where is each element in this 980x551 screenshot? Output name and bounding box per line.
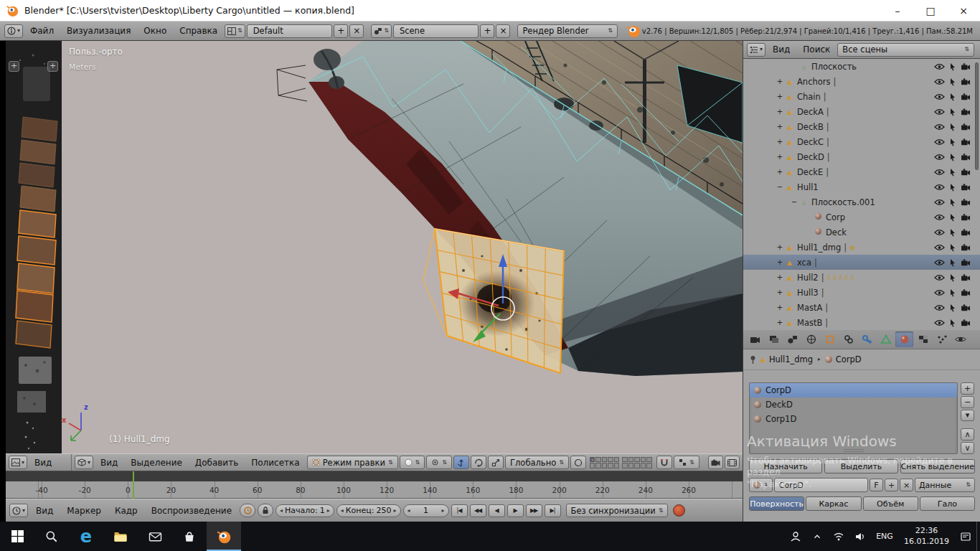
remove-slot-button[interactable]: − — [961, 396, 974, 408]
selectability-cursor-icon[interactable] — [949, 123, 956, 131]
screen-layout-field[interactable]: Default — [247, 24, 333, 38]
tab-constraints[interactable] — [839, 331, 857, 347]
add-scene-button[interactable]: + — [480, 24, 494, 38]
menu-render[interactable]: Визуализация — [61, 26, 136, 36]
tab-particles[interactable] — [933, 331, 951, 347]
close-button[interactable]: × — [947, 0, 980, 22]
material-slot[interactable]: DeckD — [750, 397, 957, 412]
volume-button[interactable] — [849, 522, 871, 551]
expander[interactable]: + — [776, 153, 784, 161]
slot-specials-button[interactable]: ▾ — [961, 410, 974, 422]
tab-material[interactable] — [895, 331, 913, 347]
render-camera-icon[interactable] — [961, 229, 971, 236]
visibility-eye-icon[interactable] — [934, 319, 945, 326]
layer-cell[interactable] — [614, 457, 620, 463]
expander[interactable]: + — [776, 123, 784, 131]
expander[interactable]: + — [776, 319, 784, 326]
visibility-eye-icon[interactable] — [934, 169, 945, 176]
render-camera-icon[interactable] — [961, 199, 971, 206]
selectability-cursor-icon[interactable] — [949, 153, 956, 161]
decrement-arrow[interactable]: ◂ — [341, 507, 344, 514]
visibility-eye-icon[interactable] — [934, 304, 945, 311]
outliner-item[interactable]: + Hull2 | ʎ ʎ ʎ ʎ ʎ — [743, 270, 980, 285]
selectability-cursor-icon[interactable] — [949, 319, 956, 327]
store-button[interactable] — [172, 522, 207, 551]
current-frame-playhead[interactable] — [133, 471, 134, 499]
play-button[interactable]: ▶ — [507, 504, 524, 517]
current-frame-field[interactable]: ◂ 1 ▸ — [403, 504, 449, 517]
selectability-cursor-icon[interactable] — [949, 108, 956, 116]
action-center-button[interactable] — [955, 522, 976, 551]
breadcrumb-material[interactable]: CorpD — [836, 354, 862, 364]
timeline-ruler[interactable]: -40-200204060801001201401601802002202402… — [6, 481, 743, 499]
outliner-item[interactable]: + Hull1_dmg | ◉ — [743, 240, 980, 255]
snap-magnet-toggle[interactable] — [656, 456, 672, 469]
new-material-button[interactable]: + — [885, 479, 898, 491]
tab-scene[interactable] — [783, 331, 801, 347]
render-engine-dropdown[interactable]: Рендер Blender ⇅ — [517, 24, 617, 38]
material-type-volume[interactable]: Объём — [863, 496, 918, 511]
menu-add[interactable]: Добавить — [189, 458, 244, 468]
expander[interactable]: + — [776, 273, 784, 281]
layer-cell[interactable] — [641, 463, 646, 468]
visibility-eye-icon[interactable] — [934, 78, 945, 85]
outliner-item[interactable]: − Hull1 — [743, 179, 980, 194]
selectability-cursor-icon[interactable] — [949, 303, 956, 312]
menu-view[interactable]: Вид — [95, 458, 123, 468]
expander[interactable]: − — [776, 183, 784, 191]
render-camera-icon[interactable] — [961, 154, 971, 161]
people-button[interactable] — [785, 522, 806, 551]
render-camera-icon[interactable] — [961, 184, 971, 191]
decrement-arrow[interactable]: ◂ — [280, 507, 283, 514]
layer-cell[interactable] — [646, 463, 652, 468]
material-slot[interactable]: Corp1D — [750, 412, 957, 426]
editor-type-button[interactable]: ▾ — [75, 456, 93, 469]
expander[interactable]: + — [776, 77, 784, 85]
edge-browser-button[interactable]: e — [69, 522, 103, 551]
outliner-item[interactable]: + DeckB | — [743, 119, 980, 134]
visibility-eye-icon[interactable] — [934, 229, 945, 236]
selectability-cursor-icon[interactable] — [949, 258, 956, 267]
jump-next-keyframe-button[interactable]: ▶▶ — [526, 504, 542, 517]
material-type-halo[interactable]: Гало — [920, 496, 975, 511]
selectability-cursor-icon[interactable] — [949, 138, 956, 146]
blender-app-button[interactable] — [207, 522, 241, 551]
render-camera-icon[interactable] — [961, 319, 971, 326]
material-type-surface[interactable]: Поверхность — [749, 496, 804, 511]
menu-window[interactable]: Окно — [138, 26, 172, 36]
layer-cell[interactable] — [628, 463, 634, 468]
render-camera-icon[interactable] — [961, 63, 971, 70]
material-name-field[interactable]: CorpD — [774, 478, 868, 492]
render-camera-icon[interactable] — [961, 169, 971, 176]
link-data-dropdown[interactable]: Данные ⇅ — [915, 478, 975, 492]
proportional-editing-dropdown[interactable] — [570, 456, 586, 469]
fake-user-button[interactable]: F — [870, 479, 883, 491]
selectability-cursor-icon[interactable] — [949, 213, 956, 222]
layer-cell[interactable] — [622, 457, 628, 463]
selectability-cursor-icon[interactable] — [949, 273, 956, 282]
visibility-eye-icon[interactable] — [934, 289, 945, 296]
render-camera-icon[interactable] — [961, 244, 971, 251]
render-camera-icon[interactable] — [961, 259, 971, 266]
tab-render[interactable] — [746, 331, 764, 347]
render-camera-icon[interactable] — [961, 274, 971, 281]
outliner-item[interactable]: + MastB | — [743, 315, 980, 330]
selectability-cursor-icon[interactable] — [949, 62, 956, 71]
increment-arrow[interactable]: ▸ — [394, 507, 397, 514]
increment-arrow[interactable]: ▸ — [442, 507, 445, 514]
tab-texture[interactable] — [914, 331, 932, 347]
end-frame-field[interactable]: ◂ Конец: 250 ▸ — [336, 504, 401, 517]
visibility-eye-icon[interactable] — [934, 259, 945, 266]
menu-marker[interactable]: Маркер — [61, 506, 107, 516]
selectability-cursor-icon[interactable] — [949, 228, 956, 237]
expander[interactable]: + — [776, 168, 784, 176]
network-button[interactable] — [828, 522, 849, 551]
record-auto-keyframe-button[interactable] — [673, 504, 685, 517]
selectability-cursor-icon[interactable] — [949, 288, 956, 297]
outliner-item[interactable]: + DeckA | — [743, 104, 980, 119]
start-frame-field[interactable]: ◂ Начало: 1 ▸ — [275, 504, 334, 517]
outliner-scrollbar[interactable] — [975, 62, 979, 170]
outliner-item[interactable]: + MastA | — [743, 300, 980, 315]
layer-cell[interactable] — [590, 463, 595, 468]
menu-help[interactable]: Справка — [174, 26, 223, 36]
